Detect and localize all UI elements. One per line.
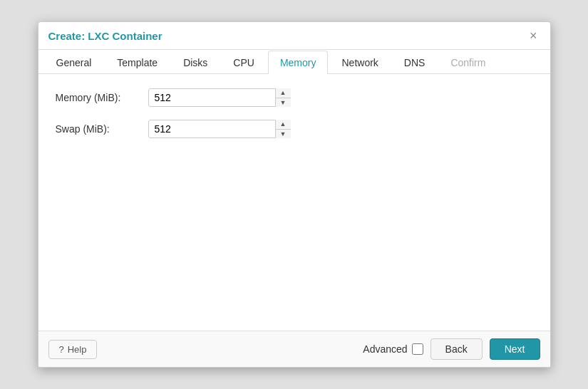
help-icon: ? <box>59 344 64 355</box>
memory-row: Memory (MiB): ▲ ▼ <box>56 88 533 107</box>
tab-template[interactable]: Template <box>105 51 170 74</box>
advanced-checkbox[interactable] <box>412 343 423 355</box>
memory-input[interactable] <box>148 88 291 107</box>
tab-memory[interactable]: Memory <box>268 51 329 74</box>
swap-label: Swap (MiB): <box>56 123 148 135</box>
next-button[interactable]: Next <box>490 338 540 360</box>
memory-spinners: ▲ ▼ <box>275 88 291 107</box>
tab-general[interactable]: General <box>44 51 104 74</box>
tab-disks[interactable]: Disks <box>171 51 220 74</box>
dialog-body: Memory (MiB): ▲ ▼ Swap (MiB): ▲ ▼ <box>38 74 550 331</box>
advanced-text: Advanced <box>363 343 407 355</box>
back-button[interactable]: Back <box>430 338 483 360</box>
tab-cpu[interactable]: CPU <box>221 51 267 74</box>
advanced-label[interactable]: Advanced <box>363 343 423 355</box>
memory-input-wrapper: ▲ ▼ <box>148 88 291 107</box>
tab-bar: General Template Disks CPU Memory Networ… <box>38 50 550 74</box>
memory-decrement[interactable]: ▼ <box>275 98 291 108</box>
swap-input[interactable] <box>148 120 291 138</box>
help-button[interactable]: ? Help <box>48 340 98 359</box>
create-lxc-dialog: Create: LXC Container × General Template… <box>38 21 551 368</box>
tab-network[interactable]: Network <box>329 51 390 74</box>
memory-label: Memory (MiB): <box>56 92 148 103</box>
close-button[interactable]: × <box>527 28 540 43</box>
memory-increment[interactable]: ▲ <box>275 88 291 98</box>
swap-spinners: ▲ ▼ <box>275 120 291 138</box>
help-label: Help <box>68 344 87 355</box>
swap-row: Swap (MiB): ▲ ▼ <box>56 120 533 138</box>
dialog-title: Create: LXC Container <box>48 30 163 42</box>
dialog-footer: ? Help Advanced Back Next <box>38 331 550 367</box>
tab-dns[interactable]: DNS <box>392 51 438 74</box>
swap-input-wrapper: ▲ ▼ <box>148 120 291 138</box>
swap-decrement[interactable]: ▼ <box>275 130 291 139</box>
swap-increment[interactable]: ▲ <box>275 120 291 130</box>
dialog-header: Create: LXC Container × <box>38 22 550 50</box>
footer-right: Advanced Back Next <box>363 338 540 360</box>
tab-confirm: Confirm <box>438 51 497 74</box>
